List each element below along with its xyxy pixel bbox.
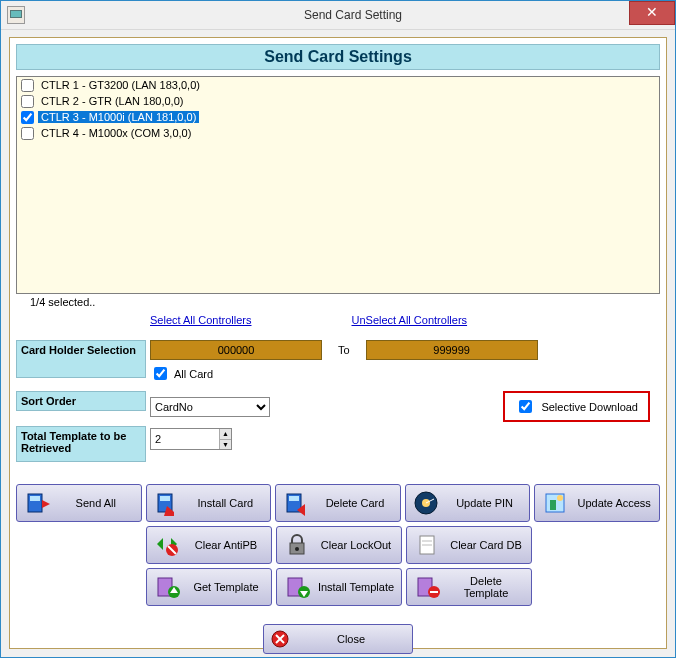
- all-card-checkbox[interactable]: [154, 367, 167, 380]
- controller-checkbox[interactable]: [21, 95, 34, 108]
- total-template-controls: ▲ ▼: [146, 426, 660, 450]
- client-area: Send Card Settings CTLR 1 - GT3200 (LAN …: [9, 37, 667, 649]
- update-access-label: Update Access: [575, 497, 653, 509]
- controller-row[interactable]: CTLR 1 - GT3200 (LAN 183,0,0): [17, 77, 659, 93]
- button-row-1: Send All Install Card Delete Card: [16, 484, 660, 522]
- selection-status: 1/4 selected..: [30, 296, 660, 308]
- svg-marker-2: [42, 500, 50, 508]
- card-range-to-label: To: [332, 344, 356, 356]
- spinner-down[interactable]: ▼: [220, 440, 231, 450]
- clear-lockout-label: Clear LockOut: [317, 539, 395, 551]
- delete-card-button[interactable]: Delete Card: [275, 484, 401, 522]
- all-card-label: All Card: [174, 368, 213, 380]
- settings-grid: Card Holder Selection 000000 To 999999 A…: [16, 340, 660, 462]
- update-access-icon: [541, 489, 569, 517]
- unselect-all-link[interactable]: UnSelect All Controllers: [352, 314, 468, 326]
- button-row-2: Clear AntiPB Clear LockOut Clear Card DB: [16, 526, 660, 564]
- delete-card-label: Delete Card: [316, 497, 394, 509]
- page-title: Send Card Settings: [16, 44, 660, 70]
- install-template-button[interactable]: Install Template: [276, 568, 402, 606]
- window-title: Send Card Setting: [31, 8, 675, 22]
- controller-checkbox[interactable]: [21, 79, 34, 92]
- app-window: Send Card Setting ✕ Send Card Settings C…: [0, 0, 676, 658]
- svg-rect-13: [550, 500, 556, 510]
- svg-point-14: [557, 495, 563, 501]
- controller-label: CTLR 3 - M1000i (LAN 181,0,0): [38, 111, 199, 123]
- clear-card-db-button[interactable]: Clear Card DB: [406, 526, 532, 564]
- install-card-button[interactable]: Install Card: [146, 484, 272, 522]
- total-template-input[interactable]: [151, 429, 219, 449]
- spinner-arrows[interactable]: ▲ ▼: [219, 429, 231, 449]
- controller-list[interactable]: CTLR 1 - GT3200 (LAN 183,0,0)CTLR 2 - GT…: [16, 76, 660, 294]
- select-links-row: Select All Controllers UnSelect All Cont…: [10, 314, 666, 326]
- install-template-label: Install Template: [317, 581, 395, 593]
- title-bar: Send Card Setting ✕: [1, 1, 675, 30]
- update-pin-icon: [412, 489, 440, 517]
- clear-antipb-label: Clear AntiPB: [187, 539, 265, 551]
- update-pin-button[interactable]: Update PIN: [405, 484, 531, 522]
- close-icon: [270, 629, 290, 649]
- window-close-button[interactable]: ✕: [629, 1, 675, 25]
- clear-card-db-icon: [413, 531, 441, 559]
- svg-rect-7: [289, 496, 299, 501]
- selective-download-checkbox[interactable]: [519, 400, 532, 413]
- delete-template-icon: [413, 573, 441, 601]
- selective-download-group[interactable]: Selective Download: [503, 391, 650, 422]
- controller-row[interactable]: CTLR 3 - M1000i (LAN 181,0,0): [17, 109, 659, 125]
- get-template-button[interactable]: Get Template: [146, 568, 272, 606]
- controller-checkbox[interactable]: [21, 111, 34, 124]
- close-bar: Close: [263, 624, 413, 654]
- delete-template-button[interactable]: Delete Template: [406, 568, 532, 606]
- update-access-button[interactable]: Update Access: [534, 484, 660, 522]
- install-card-label: Install Card: [187, 497, 265, 509]
- install-card-icon: [153, 489, 181, 517]
- clear-lockout-button[interactable]: Clear LockOut: [276, 526, 402, 564]
- controller-label: CTLR 2 - GTR (LAN 180,0,0): [38, 95, 186, 107]
- button-area: Send All Install Card Delete Card: [16, 484, 660, 606]
- total-template-label: Total Template to be Retrieved: [16, 426, 146, 462]
- card-holder-label: Card Holder Selection: [16, 340, 146, 378]
- delete-template-label: Delete Template: [447, 575, 525, 599]
- svg-rect-4: [160, 496, 170, 501]
- button-row-3: Get Template Install Template Delete Tem…: [16, 568, 660, 606]
- spinner-up[interactable]: ▲: [220, 429, 231, 440]
- clear-card-db-label: Clear Card DB: [447, 539, 525, 551]
- controller-row[interactable]: CTLR 4 - M1000x (COM 3,0,0): [17, 125, 659, 141]
- card-holder-controls: 000000 To 999999 All Card: [146, 340, 660, 387]
- clear-antipb-icon: [153, 531, 181, 559]
- sort-order-select[interactable]: CardNo: [150, 397, 270, 417]
- select-all-link[interactable]: Select All Controllers: [150, 314, 252, 326]
- get-template-label: Get Template: [187, 581, 265, 593]
- clear-antipb-button[interactable]: Clear AntiPB: [146, 526, 272, 564]
- sort-order-label: Sort Order: [16, 391, 146, 411]
- controller-label: CTLR 4 - M1000x (COM 3,0,0): [38, 127, 194, 139]
- close-label: Close: [296, 633, 406, 645]
- system-icon: [7, 6, 25, 24]
- all-card-option[interactable]: All Card: [146, 360, 660, 387]
- controller-label: CTLR 1 - GT3200 (LAN 183,0,0): [38, 79, 203, 91]
- close-button[interactable]: Close: [263, 624, 413, 654]
- svg-rect-1: [30, 496, 40, 501]
- controller-row[interactable]: CTLR 2 - GTR (LAN 180,0,0): [17, 93, 659, 109]
- total-template-spinner[interactable]: ▲ ▼: [150, 428, 232, 450]
- selective-download-label: Selective Download: [541, 401, 638, 413]
- controller-checkbox[interactable]: [21, 127, 34, 140]
- install-template-icon: [283, 573, 311, 601]
- delete-card-icon: [282, 489, 310, 517]
- send-all-button[interactable]: Send All: [16, 484, 142, 522]
- get-template-icon: [153, 573, 181, 601]
- svg-marker-15: [157, 538, 163, 550]
- card-range-to[interactable]: 999999: [366, 340, 538, 360]
- clear-lockout-icon: [283, 531, 311, 559]
- svg-point-20: [295, 547, 299, 551]
- card-range-from[interactable]: 000000: [150, 340, 322, 360]
- update-pin-label: Update PIN: [446, 497, 524, 509]
- sort-order-row: CardNo Selective Download: [146, 391, 660, 422]
- send-all-icon: [23, 489, 51, 517]
- send-all-label: Send All: [57, 497, 135, 509]
